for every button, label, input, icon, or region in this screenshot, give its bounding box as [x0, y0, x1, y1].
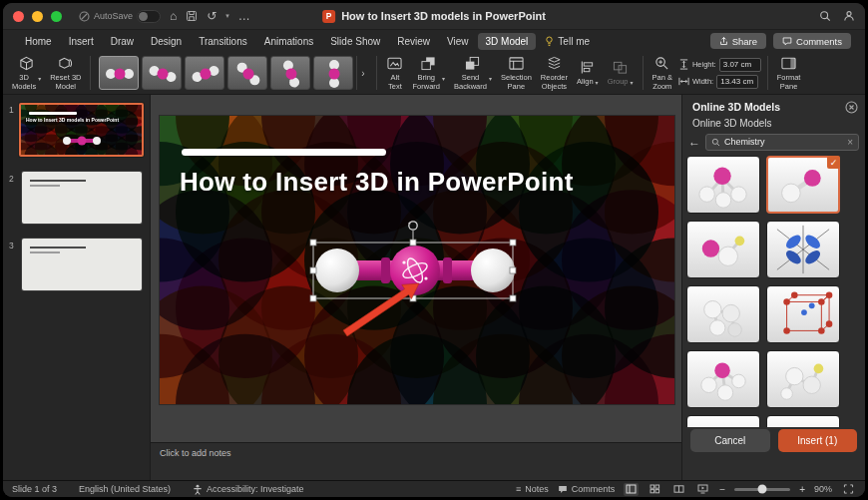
group-icon [612, 60, 629, 75]
zoom-window-button[interactable] [51, 11, 62, 22]
notes-pane[interactable]: Click to add notes [151, 442, 681, 480]
slide-sorter-view-button[interactable] [648, 483, 662, 496]
slide-thumbnail-1[interactable]: How to Insert 3D models in PowerPoint [19, 103, 144, 157]
zoom-slider[interactable] [734, 488, 790, 491]
cancel-button[interactable]: Cancel [690, 429, 770, 452]
reset-3d-model-button[interactable]: Reset 3D Model [47, 54, 84, 93]
reorder-objects-button[interactable]: Reorder Objects [538, 54, 571, 93]
model-card[interactable] [686, 221, 760, 278]
home-icon[interactable]: ⌂ [170, 10, 177, 22]
undo-icon[interactable]: ↺ [207, 10, 217, 22]
slideshow-view-button[interactable] [695, 483, 710, 496]
more-commands-icon[interactable]: … [238, 10, 250, 22]
tab-transitions[interactable]: Transitions [191, 33, 255, 50]
slide-editing-surface[interactable]: How to Insert 3D in PowerPoint [160, 116, 674, 404]
pan-zoom-button[interactable]: Pan & Zoom [650, 54, 675, 93]
close-window-button[interactable] [13, 11, 24, 22]
search-box[interactable]: × [705, 134, 859, 151]
3d-model-view-thumbnail[interactable] [313, 56, 353, 90]
zoom-out-button[interactable]: − [719, 484, 725, 495]
3d-model-view-thumbnail[interactable] [99, 56, 139, 90]
minimize-window-button[interactable] [32, 11, 43, 22]
model-card[interactable] [766, 415, 840, 427]
clear-search-icon[interactable]: × [847, 137, 853, 148]
autosave-control[interactable]: AutoSave [79, 10, 161, 23]
send-backward-label: Send Backward [454, 73, 487, 91]
autosave-toggle[interactable] [137, 10, 161, 23]
group-button[interactable]: Group ▾ [605, 58, 637, 88]
normal-view-button[interactable] [624, 483, 639, 496]
tab-animations[interactable]: Animations [256, 33, 321, 50]
alt-text-button[interactable]: Alt Text [383, 54, 406, 93]
model-card-selected[interactable]: ✓ [766, 156, 840, 214]
back-icon[interactable]: ← [688, 135, 700, 149]
tab-draw[interactable]: Draw [103, 33, 142, 50]
height-input[interactable] [719, 58, 761, 72]
slide-number: 2 [9, 174, 14, 184]
slide-canvas: How to Insert 3D in PowerPoint [150, 95, 682, 480]
3d-model-views-gallery: › [97, 56, 370, 90]
powerpoint-app-icon: P [322, 10, 335, 23]
undo-chevron-down-icon[interactable]: ▾ [225, 12, 229, 20]
rotation-handle[interactable] [408, 222, 417, 230]
accessibility-status[interactable]: Accessibility: Investigate [193, 484, 304, 495]
bring-forward-label: Bring Forward [412, 73, 440, 91]
selected-check-icon: ✓ [827, 156, 840, 169]
align-button[interactable]: Align ▾ [574, 58, 602, 88]
format-pane-button[interactable]: Format Pane [774, 54, 804, 93]
model-card[interactable] [766, 221, 840, 278]
search-icon[interactable] [819, 10, 831, 22]
chevron-down-icon: ▾ [442, 75, 445, 82]
width-label: Width: [692, 77, 713, 86]
slide-thumbnail-3[interactable] [22, 239, 142, 290]
model-card[interactable] [766, 350, 840, 408]
3d-models-button[interactable]: 3D Models ▾ [9, 54, 44, 93]
model-card[interactable] [686, 415, 760, 427]
align-label: Align [577, 77, 594, 86]
model-card[interactable] [686, 285, 760, 343]
3d-model-view-thumbnail[interactable] [185, 56, 224, 90]
zoom-slider-knob[interactable] [758, 485, 767, 494]
tab-review[interactable]: Review [389, 33, 438, 50]
comments-button[interactable]: Comments [773, 33, 851, 49]
tab-insert[interactable]: Insert [61, 33, 102, 50]
save-icon[interactable] [186, 10, 198, 22]
selection-pane-button[interactable]: Selection Pane [498, 54, 535, 93]
slide-thumbnail-2[interactable] [22, 172, 142, 224]
language-selector[interactable]: English (United States) [79, 484, 171, 494]
model-card[interactable] [766, 285, 840, 343]
close-panel-icon[interactable] [845, 100, 858, 118]
comments-toggle[interactable]: Comments [558, 484, 616, 494]
search-input[interactable] [724, 137, 843, 147]
tab-view[interactable]: View [439, 33, 477, 50]
fit-slide-to-window-button[interactable] [841, 483, 856, 496]
model-card[interactable] [686, 156, 760, 214]
tab-slide-show[interactable]: Slide Show [322, 33, 388, 50]
slide-thumbnail-panel: 1 How to Insert 3D models in PowerPoint … [3, 95, 150, 480]
align-icon [579, 60, 596, 75]
zoom-in-button[interactable]: + [799, 484, 805, 495]
account-icon[interactable] [843, 10, 855, 22]
zoom-level[interactable]: 90% [814, 484, 832, 494]
gallery-scroll-more-button[interactable]: › [356, 56, 368, 90]
share-button[interactable]: Share [710, 33, 766, 49]
notes-toggle[interactable]: ≡ Notes [516, 484, 549, 494]
tab-3d-model[interactable]: 3D Model [478, 33, 537, 50]
slide-counter: Slide 1 of 3 [12, 484, 57, 494]
3d-model-view-thumbnail[interactable] [142, 56, 182, 90]
tab-home[interactable]: Home [17, 33, 60, 50]
insert-button[interactable]: Insert (1) [778, 429, 858, 452]
red-arrow-annotation [343, 283, 419, 336]
model-card[interactable] [686, 350, 760, 408]
3d-molecule-object[interactable] [160, 116, 674, 404]
tab-tell-me[interactable]: Tell me [537, 33, 598, 50]
bring-forward-button[interactable]: Bring Forward ▾ [409, 54, 448, 93]
3d-model-view-thumbnail[interactable] [227, 56, 267, 90]
chevron-down-icon: ▾ [489, 75, 492, 82]
width-icon [678, 76, 689, 87]
3d-model-view-thumbnail[interactable] [270, 56, 310, 90]
send-backward-button[interactable]: Send Backward ▾ [451, 54, 495, 93]
reading-view-button[interactable] [671, 483, 686, 496]
tab-design[interactable]: Design [143, 33, 190, 50]
width-input[interactable] [716, 75, 758, 89]
